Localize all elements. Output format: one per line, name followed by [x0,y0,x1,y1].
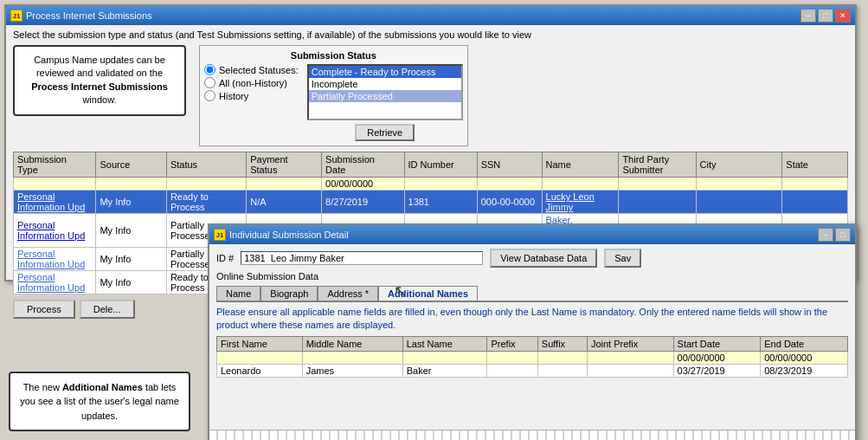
maximize-button[interactable]: □ [818,9,833,23]
col-status: Status [166,152,246,178]
filter-date-input[interactable] [325,178,400,189]
filter-thirdparty-input[interactable] [622,178,691,189]
title-bar-left: J1 Process Internet Submissions [10,10,152,22]
status-item-incomplete[interactable]: Incomplete [309,78,461,90]
main-title-icon: J1 [10,10,23,22]
dcell-firstname-0 [217,351,303,364]
dcol-jointprefix: Joint Prefix [587,336,673,351]
tab-address[interactable]: Address * [318,286,378,301]
filter-thirdparty [619,178,696,191]
delete-button[interactable]: Dele... [80,300,135,319]
col-name: Name [542,152,619,178]
radio-history-input[interactable] [204,90,215,101]
callout1-text1: Campus Name updates can be reviewed and … [34,55,165,78]
cell-state [782,191,848,214]
callout1-bold: Process Internet Submissions [31,81,168,92]
status-item-complete[interactable]: Complete - Ready to Process [309,66,461,78]
upper-section: Campus Name updates can be reviewed and … [13,45,848,146]
cell-source: My Info [96,271,166,294]
filter-source-input[interactable] [100,178,162,189]
status-list-area: Complete - Ready to Process Incomplete P… [307,64,463,141]
radio-selected-label: Selected Statuses: [219,65,299,75]
id-label: ID # [216,253,234,263]
filter-type-input[interactable] [17,178,92,189]
detail-row-1: Leonardo James Baker 03/27/2019 08/23/20… [217,364,848,377]
radio-selected-input[interactable] [204,64,215,75]
status-item-partial[interactable]: Partially Processed [309,90,461,102]
filter-name [542,178,619,191]
notice-text: Please ensure all applicable name fields… [216,306,848,333]
id-row: ID # View Database Data Sav [216,249,848,268]
filter-city-input[interactable] [700,178,779,189]
id-input[interactable] [241,251,483,265]
detail-table: First Name Middle Name Last Name Prefix … [216,336,848,378]
detail-content: ID # View Database Data Sav Online Submi… [209,244,855,382]
filter-payment [247,178,322,191]
link-name-0[interactable]: Lucky Leon Jimmy [546,191,595,212]
dcell-startdate-1: 03/27/2019 [673,364,761,377]
detail-title-icon: J1 [214,229,226,241]
col-date: SubmissionDate [322,152,404,178]
link-type-3[interactable]: Personal Information Upd [17,272,85,293]
cell-type: Personal Information Upd [14,271,96,294]
col-thirdparty: Third PartySubmitter [619,152,696,178]
close-button[interactable]: ✕ [835,9,851,23]
detail-controls: – □ [818,228,851,242]
cell-type: Personal Information Upd [14,191,96,214]
tab-name[interactable]: Name [216,286,260,301]
save-button[interactable]: Sav [604,249,641,268]
cell-id: 1381 [404,191,477,214]
dcell-startdate-0: 00/00/0000 [673,351,761,364]
filter-id [404,178,477,191]
cell-payment: N/A [247,191,322,214]
dcol-suffix: Suffix [537,336,587,351]
link-type-2[interactable]: Personal Information Upd [17,249,85,269]
cell-source: My Info [96,248,166,271]
detail-minimize-button[interactable]: – [818,228,833,242]
dcol-enddate: End Date [761,336,848,351]
online-label: Online Submission Data [216,271,848,281]
col-source: Source [96,152,166,178]
process-button[interactable]: Process [13,300,75,319]
detail-window-title: Individual Submission Detail [229,230,349,240]
filter-state [782,178,848,191]
dcell-jointprefix-1 [587,364,673,377]
view-db-button[interactable]: View Database Data [490,249,597,268]
minimize-button[interactable]: – [800,9,816,23]
detail-maximize-button[interactable]: □ [835,228,851,242]
radio-all-label: All (non-History) [219,78,287,88]
radio-all-input[interactable] [204,77,215,88]
col-payment: PaymentStatus [247,152,322,178]
status-panel-title: Submission Status [204,50,463,61]
dcell-middlename-0 [302,351,402,364]
tab-bar: Name Biograph Address * Additional Names [216,286,848,302]
filter-row [14,178,848,191]
cell-thirdparty [619,191,696,214]
filter-status-input[interactable] [170,178,242,189]
dcol-prefix: Prefix [487,336,537,351]
col-id: ID Number [404,152,477,178]
link-type-0[interactable]: Personal Information Upd [17,191,85,212]
retrieve-button[interactable]: Retrieve [355,124,415,141]
radio-history: History [204,90,299,101]
dcell-lastname-0 [402,351,487,364]
filter-ssn-input[interactable] [481,178,538,189]
dcol-lastname: Last Name [402,336,487,351]
radio-selected: Selected Statuses: [204,64,299,75]
table-row[interactable]: Personal Information Upd My Info Ready t… [14,191,848,214]
filter-state-input[interactable] [786,178,844,189]
link-type-1[interactable]: Personal Information Upd [17,220,85,241]
tab-biograph[interactable]: Biograph [260,286,318,301]
detail-title-left: J1 Individual Submission Detail [214,229,349,241]
filter-payment-input[interactable] [250,178,318,189]
callout-box-2: The new Additional Names tab lets you se… [9,372,190,432]
cell-city [696,191,782,214]
filter-id-input[interactable] [408,178,473,189]
status-list[interactable]: Complete - Ready to Process Incomplete P… [307,64,463,120]
torn-paper-effect [209,430,855,440]
filter-ssn [477,178,542,191]
dcol-firstname: First Name [217,336,303,351]
main-title-bar: J1 Process Internet Submissions – □ ✕ [6,6,855,25]
filter-name-input[interactable] [546,178,615,189]
instruction-text: Select the submission type and status (a… [13,29,848,40]
